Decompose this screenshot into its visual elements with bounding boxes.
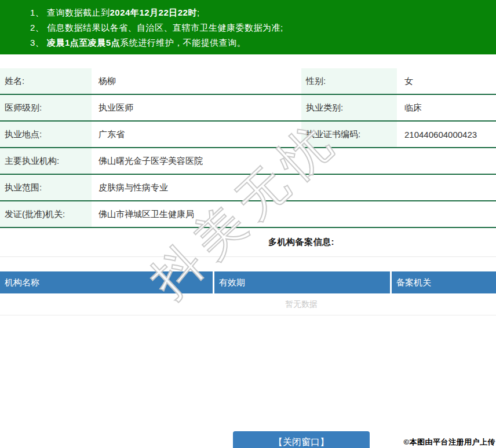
field-value-name: 杨柳	[92, 68, 301, 94]
copyright-text: ©本图由平台注册用户上传	[403, 437, 495, 447]
notice-banner: 1、 查询数据截止到2024年12月22日22时; 2、 信息数据结果以各省、自…	[0, 0, 496, 54]
notice-segment: 1、 查询数据截止到	[30, 8, 110, 17]
field-value-main-institution: 佛山曙光金子医学美容医院	[92, 148, 496, 174]
notice-bold-segment: 2024年12月22日22时	[110, 8, 197, 17]
doctor-info-table: 姓名: 杨柳 性别: 女 医师级别: 执业医师 执业类别: 临床 执业地点: 广…	[0, 68, 496, 228]
field-label-certificate-number: 执业证书编码:	[301, 122, 397, 147]
table-row: 医师级别: 执业医师 执业类别: 临床	[0, 95, 496, 122]
header-cell-institution-name: 机构名称	[0, 271, 213, 293]
table-row: 执业地点: 广东省 执业证书编码: 210440604000423	[0, 122, 496, 148]
notice-line: 3、 凌晨1点至凌晨5点系统进行维护，不能提供查询。	[30, 35, 490, 50]
header-cell-validity-period: 有效期	[213, 271, 390, 293]
notice-bold-segment: 凌晨1点至凌晨5点	[47, 38, 120, 47]
field-label-doctor-level: 医师级别:	[0, 95, 92, 120]
empty-data-text: 暂无数据	[285, 299, 318, 310]
notice-segment: 3、	[30, 38, 47, 47]
field-label-practice-scope: 执业范围:	[0, 175, 92, 200]
field-value-doctor-level: 执业医师	[92, 95, 301, 120]
table-row: 姓名: 杨柳 性别: 女	[0, 68, 496, 95]
notice-line: 1、 查询数据截止到2024年12月22日22时;	[30, 5, 490, 20]
notice-line: 2、 信息数据结果以各省、自治区、直辖市卫生健康委数据为准;	[30, 20, 490, 35]
multi-institution-section: 多机构备案信息:	[0, 228, 496, 257]
field-label-practice-category: 执业类别:	[301, 95, 397, 120]
field-value-certificate-number: 210440604000423	[397, 122, 496, 147]
content-area: 姓名: 杨柳 性别: 女 医师级别: 执业医师 执业类别: 临床 执业地点: 广…	[0, 68, 496, 315]
field-label-main-institution: 主要执业机构:	[0, 148, 92, 174]
field-label-gender: 性别:	[301, 68, 397, 94]
table-row: 发证(批准)机关: 佛山市禅城区卫生健康局	[0, 201, 496, 228]
field-value-gender: 女	[397, 68, 496, 94]
notice-segment: 2、 信息数据结果以各省、自治区、直辖市卫生健康委数据为准;	[30, 23, 283, 32]
field-value-issuing-authority: 佛山市禅城区卫生健康局	[92, 201, 496, 227]
license-query-result-page: 1、 查询数据截止到2024年12月22日22时; 2、 信息数据结果以各省、自…	[0, 0, 496, 448]
notice-segment: 系统进行维护，不能提供查询。	[120, 38, 246, 47]
field-label-practice-location: 执业地点:	[0, 122, 92, 147]
field-value-practice-scope: 皮肤病与性病专业	[92, 175, 496, 200]
section-title: 多机构备案信息:	[268, 237, 334, 248]
table-row: 主要执业机构: 佛山曙光金子医学美容医院	[0, 148, 496, 175]
header-cell-record-authority: 备案机关	[390, 271, 496, 293]
notice-segment: ;	[197, 8, 200, 17]
field-value-practice-category: 临床	[397, 95, 496, 120]
records-table-header: 机构名称 有效期 备案机关	[0, 271, 496, 293]
close-window-button[interactable]: 【关闭窗口】	[233, 431, 370, 448]
table-row: 执业范围: 皮肤病与性病专业	[0, 175, 496, 201]
field-label-name: 姓名:	[0, 68, 92, 94]
field-value-practice-location: 广东省	[92, 122, 301, 147]
empty-data-row: 暂无数据	[0, 293, 496, 315]
field-label-issuing-authority: 发证(批准)机关:	[0, 201, 92, 227]
